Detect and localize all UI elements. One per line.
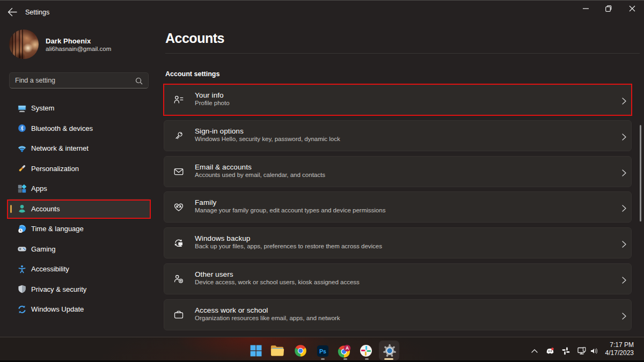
- svg-text:A: A: [345, 345, 348, 350]
- svg-text:Ps: Ps: [319, 348, 326, 354]
